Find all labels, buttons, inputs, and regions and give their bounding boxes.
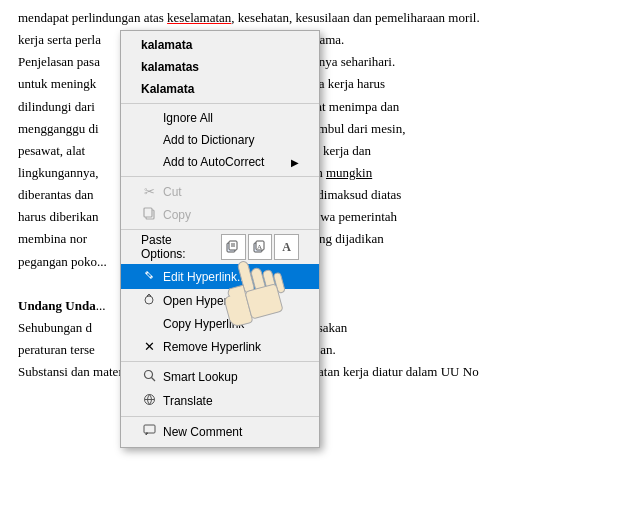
doc-line-1: mendapat perlindungan atas keselamatan, … [18, 8, 622, 28]
doc-line-16: peraturan terse i dan perlu diadakan pem… [18, 340, 622, 360]
doc-line-3: Penjelasan pasa aya aman melakukan peker… [18, 52, 622, 72]
copy-icon [141, 207, 157, 223]
open-hyperlink-item[interactable]: Open Hyperlink [121, 289, 319, 313]
spell-suggestion-1[interactable]: kalamata [121, 34, 319, 56]
remove-hyperlink-icon: ✕ [141, 339, 157, 354]
smart-lookup-icon [141, 369, 157, 385]
translate-item[interactable]: Translate [121, 389, 319, 413]
paste-btn-2[interactable]: A [248, 234, 273, 260]
doc-line-12: pegangan poko... [18, 252, 622, 272]
doc-line-13 [18, 274, 622, 294]
svg-point-10 [144, 371, 152, 379]
doc-line-17: Substansi dan materi teknis Norma nyperk… [18, 362, 622, 382]
add-to-dictionary-item[interactable]: Add to Dictionary [121, 129, 319, 151]
submenu-arrow: ▶ [291, 157, 299, 168]
misspelled-word: keselamatan [167, 10, 231, 25]
copy-item[interactable]: Copy [121, 203, 319, 227]
paste-options-label: Paste Options: [141, 233, 215, 261]
svg-text:A: A [257, 243, 262, 251]
doc-line-8: lingkungannya, ukan pekerjaannya, harus … [18, 163, 622, 183]
paste-btn-3[interactable]: A [274, 234, 299, 260]
copy-hyperlink-item[interactable]: Copy Hyperlink [121, 313, 319, 335]
smart-lookup-item[interactable]: Smart Lookup [121, 365, 319, 389]
svg-rect-14 [144, 425, 155, 433]
ignore-all-item[interactable]: Ignore All [121, 107, 319, 129]
context-menu: kalamata kalamatas Kalamata Ignore All A… [120, 30, 320, 448]
doc-line-10: harus diberikan lam UU ini juga dinyatak… [18, 207, 622, 227]
svg-point-9 [145, 296, 153, 304]
doc-line-14: Undang Unda... Keselamatan Kerja [18, 296, 622, 316]
doc-line-7: pesawat, alat pengolahannya, keadaan tem… [18, 141, 622, 161]
cut-icon: ✂ [141, 184, 157, 199]
doc-line-4: untuk meningk duktivitas nasional maka t… [18, 74, 622, 94]
spell-suggestion-3[interactable]: Kalamata [121, 78, 319, 100]
paste-btn-1[interactable] [221, 234, 246, 260]
add-to-autocorrect-item[interactable]: Add to AutoCorrect ▶ [121, 151, 319, 173]
translate-icon [141, 393, 157, 409]
svg-line-11 [151, 378, 155, 382]
doc-line-5: dilindungi dari ra serta pada dirinya ya… [18, 97, 622, 117]
new-comment-item[interactable]: New Comment [121, 420, 319, 444]
paste-options-row: Paste Options: A A [121, 229, 319, 264]
open-hyperlink-icon [141, 293, 157, 309]
document-area: mendapat perlindungan atas keselamatan, … [0, 0, 640, 392]
doc-line-11: membina nor kerja, sebagai standar ukura… [18, 229, 622, 249]
new-comment-icon [141, 424, 157, 440]
svg-rect-1 [144, 208, 152, 217]
edit-hyperlink-icon [141, 268, 157, 285]
cut-item[interactable]: ✂ Cut [121, 180, 319, 203]
spell-suggestion-2[interactable]: kalamatas [121, 56, 319, 78]
edit-hyperlink-item[interactable]: Edit Hyperlink... [121, 264, 319, 289]
doc-line-15: Sehubungan d terjadi dimasyarakat, maka … [18, 318, 622, 338]
doc-line-6: mengganggu di riaannya. Bahaya yang dapa… [18, 119, 622, 139]
remove-hyperlink-item[interactable]: ✕ Remove Hyperlink [121, 335, 319, 358]
doc-line-9: diberantas dan ebab itu, hak atas perlin… [18, 185, 622, 205]
doc-line-2: kerja serta perla martabat manusia dan m… [18, 30, 622, 50]
